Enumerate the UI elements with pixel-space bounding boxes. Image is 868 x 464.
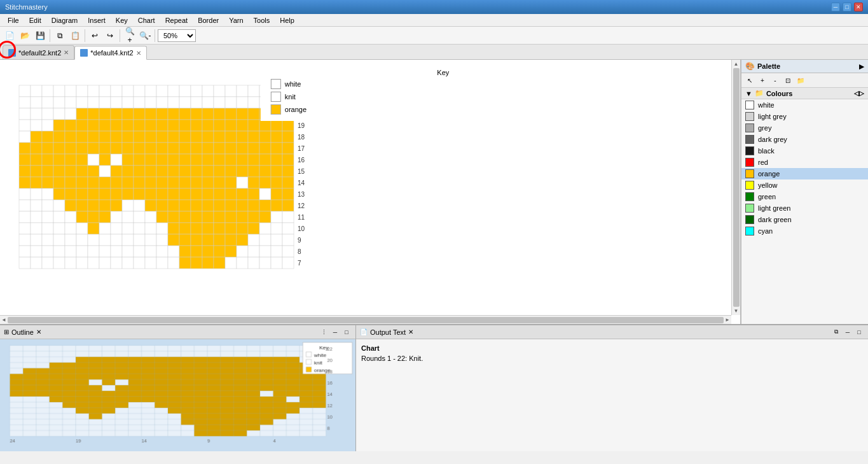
titlebar-controls: ─ □ ✕ <box>831 3 863 11</box>
tab-default2[interactable]: *default2.knt2 ✕ <box>3 45 74 59</box>
color-swatch-green <box>745 192 754 201</box>
color-label-dark-green: dark green <box>758 216 792 223</box>
outline-close-icon[interactable]: ✕ <box>36 328 41 335</box>
redo-button[interactable]: ↪ <box>103 29 117 43</box>
output-close-icon[interactable]: ✕ <box>408 328 413 335</box>
titlebar-title: Stitchmastery <box>5 3 48 11</box>
color-list: white light grey grey dark grey black re… <box>741 99 868 237</box>
tab-default4[interactable]: *default4.knt2 ✕ <box>74 46 146 60</box>
paste-button[interactable]: 📋 <box>68 29 82 43</box>
tab-close-default2[interactable]: ✕ <box>64 49 69 56</box>
color-swatch-cyan <box>745 227 754 236</box>
palette-section-colours[interactable]: ▼ 📁 Colours ◁▷ <box>741 88 868 99</box>
color-swatch-yellow <box>745 181 754 190</box>
menu-help[interactable]: Help <box>275 15 300 25</box>
key-title: Key <box>271 69 616 76</box>
palette-zoom-in[interactable]: + <box>757 74 768 86</box>
color-row-dark-green[interactable]: dark green <box>741 214 868 225</box>
menu-repeat[interactable]: Repeat <box>160 15 193 25</box>
toolbar-separator-3 <box>120 29 120 42</box>
zoom-in-button[interactable]: 🔍+ <box>123 29 137 43</box>
key-swatch-white <box>271 79 281 89</box>
key-label-white: white <box>285 80 301 88</box>
close-button[interactable]: ✕ <box>854 3 863 11</box>
color-row-orange[interactable]: orange <box>741 168 868 179</box>
tab-label-default4: *default4.knt2 <box>90 49 133 57</box>
output-copy-btn[interactable]: ⧉ <box>831 327 841 337</box>
copy-button[interactable]: ⧉ <box>53 29 67 43</box>
output-title: Output Text <box>370 328 406 336</box>
chart-hscrollbar[interactable]: ◄ ► <box>0 315 731 324</box>
output-content-title: Chart <box>361 344 863 352</box>
tab-close-default4[interactable]: ✕ <box>136 50 141 57</box>
outline-menu-btn[interactable]: ⋮ <box>319 327 329 337</box>
color-swatch-grey <box>745 123 754 132</box>
color-row-light-green[interactable]: light green <box>741 202 868 214</box>
color-row-dark-grey[interactable]: dark grey <box>741 134 868 145</box>
color-row-black[interactable]: black <box>741 145 868 157</box>
color-swatch-red <box>745 158 754 167</box>
palette-title: Palette <box>757 62 780 70</box>
palette-folder-btn[interactable]: 📁 <box>795 74 806 86</box>
outline-panel-icon: ⊞ <box>4 328 9 335</box>
toolbar-separator-4 <box>155 29 155 42</box>
color-swatch-dark-green <box>745 215 754 224</box>
palette-section-icon: 📁 <box>755 89 764 97</box>
zoom-select[interactable]: 50% 75% 100% <box>158 29 196 42</box>
menu-yarn[interactable]: Yarn <box>224 15 248 25</box>
new-button[interactable]: 📄 <box>3 29 17 43</box>
menu-file[interactable]: File <box>3 15 24 25</box>
zoom-out-button[interactable]: 🔍- <box>138 29 152 43</box>
chart-vscrollbar[interactable]: ▲ ▼ <box>731 60 740 315</box>
outline-title: Outline <box>11 328 34 336</box>
tab-icon-default4 <box>80 49 88 57</box>
outline-min-btn[interactable]: ─ <box>330 327 340 337</box>
toolbar: 📄 📂 💾 ⧉ 📋 ↩ ↪ 🔍+ 🔍- 50% 75% 100% <box>0 27 868 45</box>
palette-zoom-out[interactable]: - <box>769 74 781 86</box>
palette-section-label: Colours <box>766 90 793 97</box>
color-row-cyan[interactable]: cyan <box>741 225 868 237</box>
color-swatch-light-green <box>745 204 754 213</box>
open-button[interactable]: 📂 <box>18 29 32 43</box>
palette-fit[interactable]: ⊡ <box>782 74 794 86</box>
menubar: File Edit Diagram Insert Key Chart Repea… <box>0 14 868 27</box>
palette-body: ▼ 📁 Colours ◁▷ white light grey grey dar… <box>741 88 868 324</box>
undo-button[interactable]: ↩ <box>88 29 102 43</box>
color-row-green[interactable]: green <box>741 191 868 202</box>
color-row-grey[interactable]: grey <box>741 122 868 134</box>
output-panel-icon: 📄 <box>360 328 368 335</box>
output-min-btn[interactable]: ─ <box>843 327 853 337</box>
color-swatch-white <box>745 101 754 109</box>
outline-max-btn[interactable]: □ <box>341 327 352 337</box>
menu-border[interactable]: Border <box>193 15 224 25</box>
output-max-btn[interactable]: □ <box>854 327 864 337</box>
color-row-light-grey[interactable]: light grey <box>741 111 868 122</box>
save-button[interactable]: 💾 <box>33 29 47 43</box>
color-label-light-grey: light grey <box>758 113 787 120</box>
color-row-red[interactable]: red <box>741 157 868 168</box>
menu-chart[interactable]: Chart <box>133 15 160 25</box>
color-label-black: black <box>758 147 775 155</box>
color-row-yellow[interactable]: yellow <box>741 179 868 191</box>
palette-folder-icon: 🎨 <box>745 62 755 71</box>
minimize-button[interactable]: ─ <box>831 3 840 11</box>
menu-diagram[interactable]: Diagram <box>46 15 83 25</box>
toolbar-separator-1 <box>50 29 50 42</box>
key-swatch-knit <box>271 92 281 102</box>
menu-edit[interactable]: Edit <box>24 15 46 25</box>
menu-key[interactable]: Key <box>111 15 133 25</box>
menu-insert[interactable]: Insert <box>83 15 111 25</box>
palette-section-collapse-btn[interactable]: ◁▷ <box>854 90 864 97</box>
toolbar-separator-2 <box>85 29 85 42</box>
color-row-white[interactable]: white <box>741 99 868 111</box>
palette-expand-arrow[interactable]: ▶ <box>859 63 864 70</box>
menu-tools[interactable]: Tools <box>249 15 275 25</box>
color-swatch-light-grey <box>745 112 754 121</box>
maximize-button[interactable]: □ <box>843 3 851 11</box>
tab-label-default2: *default2.knt2 <box>18 49 61 57</box>
tabbar: *default2.knt2 ✕ *default4.knt2 ✕ <box>0 45 868 60</box>
titlebar: Stitchmastery ─ □ ✕ <box>0 0 868 14</box>
palette-select-tool[interactable]: ↖ <box>744 74 755 86</box>
tab-icon-default2 <box>8 49 16 57</box>
color-label-green: green <box>758 193 776 200</box>
